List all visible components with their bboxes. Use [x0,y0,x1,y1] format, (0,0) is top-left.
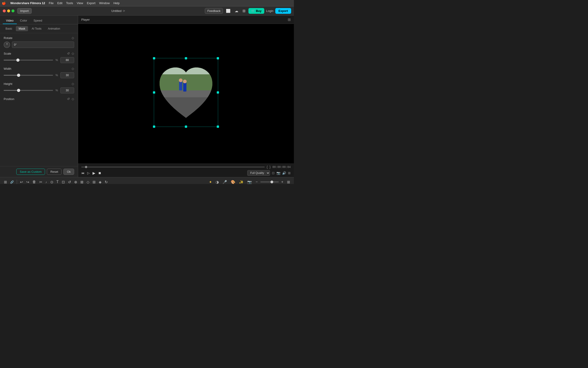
sub-tab-animation[interactable]: Animation [45,26,63,31]
ai-tools-icon[interactable]: ✨ [238,179,245,184]
login-button[interactable]: Login [266,9,274,13]
scale-thumb[interactable] [16,58,19,62]
menu-export[interactable]: Export [87,1,95,5]
controls-row: ⏮ ▷ ▶ ⏹ Full Quality ⊡ 📷 🔊 ⊞ [81,170,291,176]
scale-reset-icon[interactable]: ↺ [67,52,70,55]
save-as-custom-button[interactable]: Save as Custom [16,169,45,175]
position-keyframe-icon[interactable]: ◇ [72,97,74,101]
stabilize-button[interactable]: ◈ [98,179,103,184]
record-button[interactable]: ⊙ [49,179,54,184]
position-section: Position ↺ ◇ [4,97,74,101]
menu-file[interactable]: File [49,1,54,5]
menu-window[interactable]: Window [99,1,110,5]
menu-help[interactable]: Help [114,1,120,5]
zoom-slider[interactable] [260,182,279,182]
effects-icon[interactable]: ✦ [208,179,213,184]
tab-color[interactable]: Color [17,18,30,24]
height-value-input[interactable] [60,87,74,93]
width-thumb[interactable] [17,74,20,77]
mic-icon[interactable]: 🎤 [221,179,228,184]
export-button[interactable]: Export [275,8,291,14]
zoom-in-button[interactable]: + [280,179,285,184]
link-button[interactable]: 🔗 [9,179,15,184]
mask-icon[interactable]: ◑ [214,179,220,184]
import-button[interactable]: Import [17,8,32,14]
keyframe-button[interactable]: ⊞ [91,179,97,184]
color-grade-icon[interactable]: 🎨 [230,179,237,184]
scale-value-input[interactable] [60,57,74,63]
layout-button[interactable]: ⊞ [3,179,8,184]
reset-button[interactable]: Reset [47,169,62,175]
quality-select[interactable]: Full Quality [247,170,270,176]
zoom-out-button[interactable]: − [254,179,259,184]
menu-edit[interactable]: Edit [57,1,62,5]
ok-button[interactable]: Ok [63,169,74,175]
rewind-button[interactable]: ⏮ [81,171,85,175]
menu-view[interactable]: View [77,1,83,5]
snapshot-player-icon[interactable]: 📷 [276,171,280,175]
play-controls: ⏮ ▷ ▶ ⏹ [81,171,101,175]
app-name: Wondershare Filmora 12 [10,1,45,5]
height-slider[interactable] [4,88,53,93]
motion-button[interactable]: ↻ [104,179,109,184]
cloud-icon[interactable]: ☁ [234,8,239,14]
rotate-keyframe-icon[interactable]: ◇ [72,36,74,40]
settings-player-icon[interactable]: ⊞ [288,171,291,175]
main-tab-row: Video Color Speed [0,16,78,24]
shape-button[interactable]: ◇ [85,179,90,184]
close-window-button[interactable] [3,9,6,12]
mark-out-button[interactable]: } [270,165,271,169]
sub-tab-mask[interactable]: Mask [16,26,28,31]
sub-tab-ai-tools[interactable]: AI Tools [29,26,44,31]
height-thumb[interactable] [17,89,20,92]
width-fill [4,75,19,76]
cut-button[interactable]: ✂ [38,179,43,184]
play-button[interactable]: ▶ [93,171,95,175]
grid-view-button[interactable]: ⊞ [286,179,291,184]
mark-in-button[interactable]: { [266,165,268,169]
scale-slider[interactable] [4,58,53,62]
redo-button[interactable]: ↪ [25,179,30,184]
grid-icon[interactable]: ⊞ [241,8,247,14]
menu-tools[interactable]: Tools [66,1,73,5]
scrubber-thumb[interactable] [85,166,87,168]
delete-button[interactable]: 🗑 [31,179,37,184]
monitor-icon[interactable]: ⬜ [225,8,232,14]
width-keyframe-icon[interactable]: ◇ [72,67,74,70]
snapshot-icon[interactable]: ⊞ [288,18,291,22]
tab-speed[interactable]: Speed [30,18,46,24]
rotate-input[interactable] [12,42,74,48]
volume-icon[interactable]: 🔊 [282,171,286,175]
step-forward-button[interactable]: ▷ [87,171,90,175]
crop-button[interactable]: ⊠ [79,179,85,184]
width-slider[interactable] [4,73,53,78]
position-reset-icon[interactable]: ↺ [67,97,70,101]
sticker-button[interactable]: ⊡ [61,179,66,184]
scale-keyframe-icon[interactable]: ◇ [72,52,74,55]
audio-button[interactable]: ♪ [44,179,48,184]
speed-button[interactable]: ⊕ [73,179,78,184]
tab-video[interactable]: Video [3,18,17,24]
fullscreen-icon[interactable]: ⊡ [272,171,275,175]
stop-button[interactable]: ⏹ [98,171,101,175]
scrubber-track[interactable] [81,166,265,167]
rotate-dial[interactable] [4,42,10,48]
width-value-input[interactable] [60,72,74,78]
rotate-tool-button[interactable]: ↺ [67,179,72,184]
maximize-window-button[interactable] [11,9,14,12]
undo-button[interactable]: ↩ [19,179,24,184]
sub-tab-basic[interactable]: Basic [3,26,15,31]
height-keyframe-icon[interactable]: ◇ [72,82,74,86]
menu-bar: 🍎 Wondershare Filmora 12 File Edit Tools… [0,0,294,6]
video-preview [153,58,219,129]
zoom-thumb[interactable] [270,181,273,183]
text-button[interactable]: T [55,179,60,184]
sticker2-icon[interactable]: 📷 [246,179,253,184]
scale-section: Scale ↺ ◇ % [4,52,74,63]
player-controls: { } 00:00:00:04 ⏮ ▷ ▶ ⏹ Full Quality ⊡ 📷 [78,164,294,177]
minimize-window-button[interactable] [7,9,10,12]
main-layout: Video Color Speed Basic Mask AI Tools An… [0,16,294,177]
feedback-button[interactable]: Feedback [205,8,223,14]
buy-button[interactable]: 🛒 Buy [248,8,264,14]
scale-label: Scale [4,52,11,55]
